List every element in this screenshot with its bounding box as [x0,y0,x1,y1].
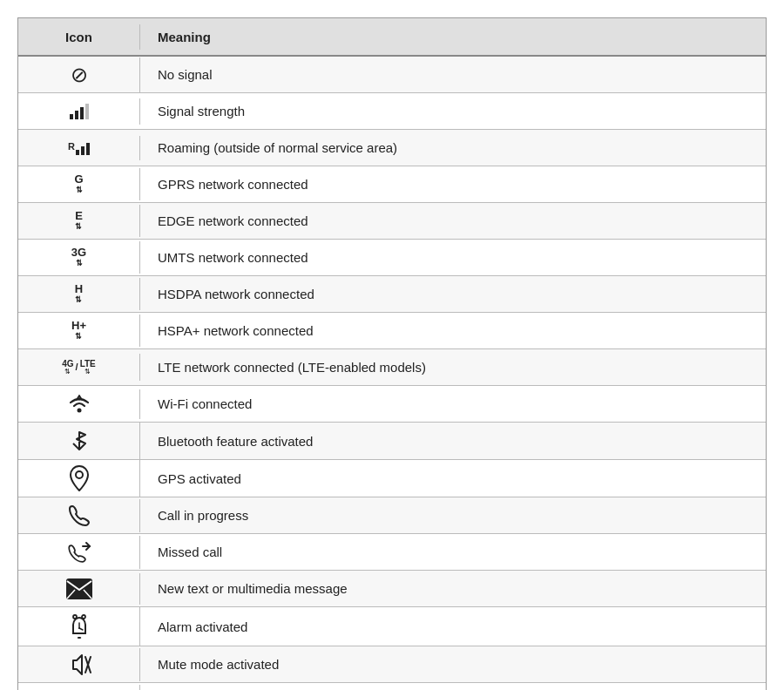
meaning-gprs: GPRS network connected [140,170,766,199]
row-hsdpa: H ⇅ HSDPA network connected [18,276,766,313]
row-umts: 3G ⇅ UMTS network connected [18,240,766,276]
meaning-message: New text or multimedia message [140,574,766,603]
icon-roaming: R [18,136,140,160]
meaning-no-signal: No signal [140,60,766,89]
icon-hspa: H+ ⇅ [18,315,140,346]
svg-point-1 [76,471,83,478]
meaning-missed-call: Missed call [140,538,766,566]
header-meaning-col: Meaning [140,23,766,51]
row-mute: Mute mode activated [18,646,766,683]
meaning-mute: Mute mode activated [140,650,766,679]
icon-alarm [18,607,140,646]
meaning-hsdpa: HSDPA network connected [140,280,766,308]
icon-edge: E ⇅ [18,205,140,236]
svg-point-4 [82,615,85,619]
meaning-alarm: Alarm activated [140,612,766,641]
icon-meaning-table: Icon Meaning ⊘ No signal Signal strength [17,17,767,690]
row-lte: 4G ⇅ / LTE ⇅ LTE network connected (LTE-… [18,349,766,386]
table-header: Icon Meaning [18,18,766,57]
svg-point-7 [78,627,80,629]
row-wifi: Wi-Fi connected [18,386,766,423]
row-call: Call in progress [18,497,766,534]
icon-wifi [18,389,140,419]
meaning-wifi: Wi-Fi connected [140,389,766,418]
meaning-hspa: HSPA+ network connected [140,316,766,345]
icon-bluetooth [18,423,140,459]
icon-gprs: G ⇅ [18,168,140,200]
icon-message [18,573,140,605]
row-missed-call: Missed call [18,534,766,571]
meaning-call: Call in progress [140,501,766,530]
row-gps: GPS activated [18,460,766,497]
icon-lte: 4G ⇅ / LTE ⇅ [18,354,140,382]
row-hspa: H+ ⇅ HSPA+ network connected [18,313,766,349]
icon-hsdpa: H ⇅ [18,278,140,309]
icon-missed-call [18,536,140,569]
svg-point-3 [73,615,77,619]
meaning-signal-strength: Signal strength [140,97,766,125]
row-bluetooth: Bluetooth feature activated [18,423,766,460]
row-message: New text or multimedia message [18,571,766,607]
meaning-lte: LTE network connected (LTE-enabled model… [140,353,766,382]
meaning-bluetooth: Bluetooth feature activated [140,427,766,456]
header-icon-label: Icon [65,30,92,44]
icon-signal-strength [18,98,140,125]
meaning-edge: EDGE network connected [140,206,766,235]
icon-call [18,499,140,532]
row-gprs: G ⇅ GPRS network connected [18,166,766,203]
row-roaming: R Roaming (outside of normal service are… [18,130,766,166]
svg-point-0 [77,408,81,412]
row-signal-strength: Signal strength [18,93,766,130]
header-icon-col: Icon [18,24,140,50]
meaning-gps: GPS activated [140,464,766,493]
meaning-vibration: Vibration mode activated [140,687,766,691]
icon-no-signal: ⊘ [18,58,140,92]
row-edge: E ⇅ EDGE network connected [18,203,766,240]
row-no-signal: ⊘ No signal [18,57,766,93]
icon-vibration [18,685,140,690]
icon-umts: 3G ⇅ [18,241,140,273]
header-meaning-label: Meaning [158,30,211,44]
icon-gps [18,460,140,497]
row-vibration: Vibration mode activated [18,683,766,690]
icon-mute [18,648,140,681]
meaning-umts: UMTS network connected [140,243,766,272]
row-alarm: Alarm activated [18,607,766,646]
meaning-roaming: Roaming (outside of normal service area) [140,133,766,162]
